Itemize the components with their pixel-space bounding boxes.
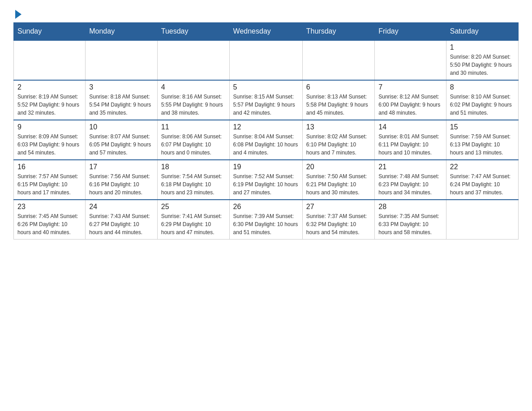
day-number: 11 <box>161 123 226 131</box>
day-number: 9 <box>17 123 82 131</box>
day-info: Sunrise: 7:47 AM Sunset: 6:24 PM Dayligh… <box>450 172 515 197</box>
calendar-cell: 20Sunrise: 7:50 AM Sunset: 6:21 PM Dayli… <box>302 160 374 200</box>
calendar-cell: 18Sunrise: 7:54 AM Sunset: 6:18 PM Dayli… <box>157 160 229 200</box>
day-info: Sunrise: 8:07 AM Sunset: 6:05 PM Dayligh… <box>89 133 154 157</box>
day-number: 1 <box>450 43 515 51</box>
calendar-cell: 27Sunrise: 7:37 AM Sunset: 6:32 PM Dayli… <box>302 200 374 240</box>
calendar-cell: 21Sunrise: 7:48 AM Sunset: 6:23 PM Dayli… <box>375 160 446 200</box>
day-info: Sunrise: 7:37 AM Sunset: 6:32 PM Dayligh… <box>306 212 371 236</box>
calendar-cell <box>86 40 158 80</box>
day-info: Sunrise: 7:59 AM Sunset: 6:13 PM Dayligh… <box>450 133 515 157</box>
calendar-cell <box>229 40 302 80</box>
day-info: Sunrise: 8:15 AM Sunset: 5:57 PM Dayligh… <box>233 93 299 117</box>
calendar-cell: 15Sunrise: 7:59 AM Sunset: 6:13 PM Dayli… <box>446 120 518 160</box>
day-info: Sunrise: 8:02 AM Sunset: 6:10 PM Dayligh… <box>306 133 371 157</box>
weekday-header-friday: Friday <box>375 23 446 41</box>
day-info: Sunrise: 7:41 AM Sunset: 6:29 PM Dayligh… <box>161 212 226 236</box>
day-info: Sunrise: 7:52 AM Sunset: 6:19 PM Dayligh… <box>233 172 299 197</box>
calendar-cell: 12Sunrise: 8:04 AM Sunset: 6:08 PM Dayli… <box>229 120 302 160</box>
day-number: 2 <box>17 83 82 91</box>
day-info: Sunrise: 7:45 AM Sunset: 6:26 PM Dayligh… <box>17 212 82 236</box>
calendar-cell: 23Sunrise: 7:45 AM Sunset: 6:26 PM Dayli… <box>14 200 86 240</box>
day-info: Sunrise: 8:20 AM Sunset: 5:50 PM Dayligh… <box>450 53 515 77</box>
day-info: Sunrise: 8:13 AM Sunset: 5:58 PM Dayligh… <box>306 93 371 117</box>
calendar-cell <box>302 40 374 80</box>
day-info: Sunrise: 7:50 AM Sunset: 6:21 PM Dayligh… <box>306 172 371 197</box>
calendar-cell: 11Sunrise: 8:06 AM Sunset: 6:07 PM Dayli… <box>157 120 229 160</box>
day-number: 4 <box>161 83 226 91</box>
day-number: 15 <box>450 123 515 131</box>
day-number: 16 <box>17 163 82 171</box>
calendar-cell <box>375 40 446 80</box>
day-number: 12 <box>233 123 299 131</box>
day-number: 8 <box>450 83 515 91</box>
calendar-cell: 24Sunrise: 7:43 AM Sunset: 6:27 PM Dayli… <box>86 200 158 240</box>
day-info: Sunrise: 8:19 AM Sunset: 5:52 PM Dayligh… <box>17 93 82 117</box>
day-number: 21 <box>378 163 442 171</box>
calendar-cell: 17Sunrise: 7:56 AM Sunset: 6:16 PM Dayli… <box>86 160 158 200</box>
day-info: Sunrise: 7:43 AM Sunset: 6:27 PM Dayligh… <box>89 212 154 236</box>
day-number: 19 <box>233 163 299 171</box>
calendar-cell: 3Sunrise: 8:18 AM Sunset: 5:54 PM Daylig… <box>86 80 158 120</box>
weekday-header-sunday: Sunday <box>14 23 86 41</box>
calendar-cell <box>157 40 229 80</box>
day-info: Sunrise: 8:04 AM Sunset: 6:08 PM Dayligh… <box>233 133 299 157</box>
day-info: Sunrise: 8:10 AM Sunset: 6:02 PM Dayligh… <box>450 93 515 117</box>
day-info: Sunrise: 7:39 AM Sunset: 6:30 PM Dayligh… <box>233 212 299 236</box>
calendar-cell <box>14 40 86 80</box>
calendar-cell: 22Sunrise: 7:47 AM Sunset: 6:24 PM Dayli… <box>446 160 518 200</box>
day-info: Sunrise: 8:01 AM Sunset: 6:11 PM Dayligh… <box>378 133 442 157</box>
calendar-cell: 2Sunrise: 8:19 AM Sunset: 5:52 PM Daylig… <box>14 80 86 120</box>
day-number: 20 <box>306 163 371 171</box>
weekday-header-wednesday: Wednesday <box>229 23 302 41</box>
calendar-cell: 8Sunrise: 8:10 AM Sunset: 6:02 PM Daylig… <box>446 80 518 120</box>
day-number: 23 <box>17 203 82 211</box>
day-number: 7 <box>378 83 442 91</box>
day-number: 22 <box>450 163 515 171</box>
day-number: 25 <box>161 203 226 211</box>
calendar-cell: 10Sunrise: 8:07 AM Sunset: 6:05 PM Dayli… <box>86 120 158 160</box>
day-number: 17 <box>89 163 154 171</box>
weekday-header-saturday: Saturday <box>446 23 518 41</box>
calendar-week-4: 16Sunrise: 7:57 AM Sunset: 6:15 PM Dayli… <box>14 160 519 200</box>
calendar-cell: 7Sunrise: 8:12 AM Sunset: 6:00 PM Daylig… <box>375 80 446 120</box>
calendar-header-row: SundayMondayTuesdayWednesdayThursdayFrid… <box>14 23 519 41</box>
calendar-cell: 1Sunrise: 8:20 AM Sunset: 5:50 PM Daylig… <box>446 40 518 80</box>
calendar-cell <box>446 200 518 240</box>
weekday-header-thursday: Thursday <box>302 23 374 41</box>
day-number: 5 <box>233 83 299 91</box>
calendar-cell: 19Sunrise: 7:52 AM Sunset: 6:19 PM Dayli… <box>229 160 302 200</box>
calendar-week-2: 2Sunrise: 8:19 AM Sunset: 5:52 PM Daylig… <box>14 80 519 120</box>
calendar-table: SundayMondayTuesdayWednesdayThursdayFrid… <box>13 22 519 240</box>
calendar-cell: 4Sunrise: 8:16 AM Sunset: 5:55 PM Daylig… <box>157 80 229 120</box>
day-number: 26 <box>233 203 299 211</box>
logo <box>13 9 21 18</box>
day-number: 18 <box>161 163 226 171</box>
day-info: Sunrise: 7:56 AM Sunset: 6:16 PM Dayligh… <box>89 172 154 197</box>
calendar-cell: 9Sunrise: 8:09 AM Sunset: 6:03 PM Daylig… <box>14 120 86 160</box>
calendar-cell: 26Sunrise: 7:39 AM Sunset: 6:30 PM Dayli… <box>229 200 302 240</box>
calendar-cell: 6Sunrise: 8:13 AM Sunset: 5:58 PM Daylig… <box>302 80 374 120</box>
day-number: 13 <box>306 123 371 131</box>
calendar-cell: 28Sunrise: 7:35 AM Sunset: 6:33 PM Dayli… <box>375 200 446 240</box>
day-info: Sunrise: 8:06 AM Sunset: 6:07 PM Dayligh… <box>161 133 226 157</box>
weekday-header-tuesday: Tuesday <box>157 23 229 41</box>
day-number: 6 <box>306 83 371 91</box>
day-info: Sunrise: 7:54 AM Sunset: 6:18 PM Dayligh… <box>161 172 226 197</box>
calendar-week-3: 9Sunrise: 8:09 AM Sunset: 6:03 PM Daylig… <box>14 120 519 160</box>
day-number: 3 <box>89 83 154 91</box>
page-header <box>13 9 519 18</box>
day-info: Sunrise: 7:48 AM Sunset: 6:23 PM Dayligh… <box>378 172 442 197</box>
calendar-week-1: 1Sunrise: 8:20 AM Sunset: 5:50 PM Daylig… <box>14 40 519 80</box>
day-info: Sunrise: 7:35 AM Sunset: 6:33 PM Dayligh… <box>378 212 442 236</box>
day-number: 14 <box>378 123 442 131</box>
day-info: Sunrise: 8:18 AM Sunset: 5:54 PM Dayligh… <box>89 93 154 117</box>
calendar-cell: 5Sunrise: 8:15 AM Sunset: 5:57 PM Daylig… <box>229 80 302 120</box>
day-number: 27 <box>306 203 371 211</box>
day-number: 10 <box>89 123 154 131</box>
logo-arrow-icon <box>15 10 21 19</box>
calendar-week-5: 23Sunrise: 7:45 AM Sunset: 6:26 PM Dayli… <box>14 200 519 240</box>
calendar-cell: 25Sunrise: 7:41 AM Sunset: 6:29 PM Dayli… <box>157 200 229 240</box>
calendar-cell: 14Sunrise: 8:01 AM Sunset: 6:11 PM Dayli… <box>375 120 446 160</box>
calendar-cell: 16Sunrise: 7:57 AM Sunset: 6:15 PM Dayli… <box>14 160 86 200</box>
